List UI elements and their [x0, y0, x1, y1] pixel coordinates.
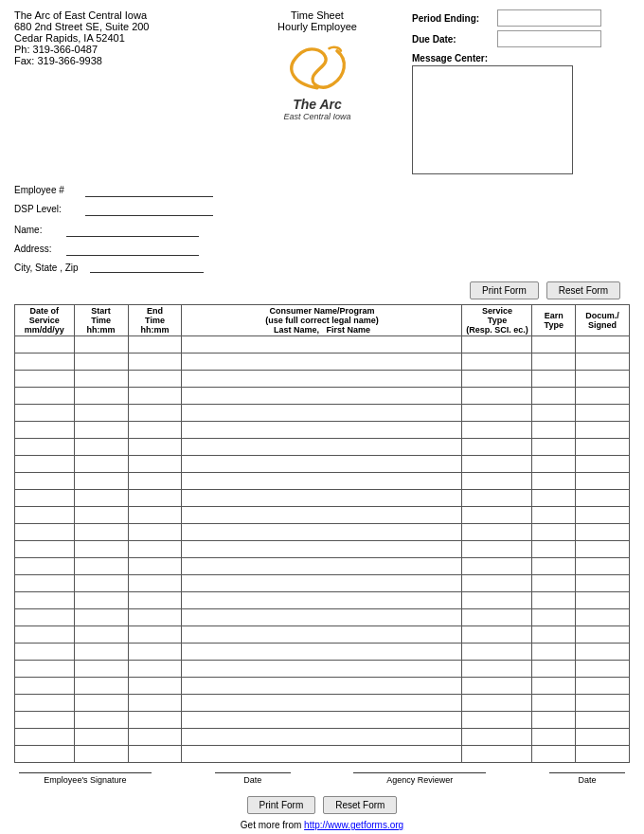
table-row[interactable]: [576, 575, 630, 592]
table-row[interactable]: [532, 729, 576, 746]
table-row[interactable]: [182, 575, 462, 592]
table-row[interactable]: [576, 456, 630, 473]
table-row[interactable]: [182, 336, 462, 354]
table-row[interactable]: [182, 405, 462, 422]
table-row[interactable]: [15, 695, 75, 712]
table-row[interactable]: [462, 473, 532, 490]
table-row[interactable]: [15, 558, 75, 575]
table-row[interactable]: [532, 336, 576, 354]
reset-form-button-top[interactable]: Reset Form: [546, 281, 620, 299]
table-row[interactable]: [182, 473, 462, 490]
table-row[interactable]: [182, 729, 462, 746]
table-row[interactable]: [532, 575, 576, 592]
table-row[interactable]: [15, 439, 75, 456]
table-row[interactable]: [532, 490, 576, 507]
table-row[interactable]: [74, 473, 128, 490]
table-row[interactable]: [576, 473, 630, 490]
table-row[interactable]: [15, 678, 75, 695]
reset-form-button-bottom[interactable]: Reset Form: [323, 796, 397, 814]
table-row[interactable]: [182, 524, 462, 541]
table-row[interactable]: [532, 695, 576, 712]
table-row[interactable]: [15, 456, 75, 473]
table-row[interactable]: [74, 644, 128, 661]
table-row[interactable]: [128, 388, 182, 405]
table-row[interactable]: [128, 678, 182, 695]
table-row[interactable]: [576, 592, 630, 609]
table-row[interactable]: [462, 575, 532, 592]
table-row[interactable]: [15, 354, 75, 371]
table-row[interactable]: [462, 695, 532, 712]
table-row[interactable]: [576, 388, 630, 405]
table-row[interactable]: [128, 661, 182, 678]
table-row[interactable]: [532, 405, 576, 422]
table-row[interactable]: [532, 644, 576, 661]
bottom-link-url[interactable]: http://www.getforms.org: [304, 820, 403, 830]
table-row[interactable]: [182, 695, 462, 712]
period-ending-input[interactable]: [497, 9, 601, 27]
table-row[interactable]: [532, 609, 576, 626]
table-row[interactable]: [74, 456, 128, 473]
table-row[interactable]: [15, 626, 75, 644]
table-row[interactable]: [532, 473, 576, 490]
table-row[interactable]: [74, 695, 128, 712]
table-row[interactable]: [576, 371, 630, 388]
table-row[interactable]: [74, 712, 128, 729]
table-row[interactable]: [576, 558, 630, 575]
table-row[interactable]: [182, 712, 462, 729]
table-row[interactable]: [74, 729, 128, 746]
table-row[interactable]: [74, 575, 128, 592]
table-row[interactable]: [576, 490, 630, 507]
table-row[interactable]: [128, 575, 182, 592]
table-row[interactable]: [128, 422, 182, 439]
table-row[interactable]: [532, 541, 576, 558]
table-row[interactable]: [532, 456, 576, 473]
table-row[interactable]: [74, 661, 128, 678]
table-row[interactable]: [74, 388, 128, 405]
table-row[interactable]: [15, 371, 75, 388]
table-row[interactable]: [576, 678, 630, 695]
table-row[interactable]: [532, 712, 576, 729]
table-row[interactable]: [15, 541, 75, 558]
table-row[interactable]: [462, 746, 532, 763]
table-row[interactable]: [128, 524, 182, 541]
table-row[interactable]: [576, 729, 630, 746]
table-row[interactable]: [532, 661, 576, 678]
table-row[interactable]: [182, 422, 462, 439]
table-row[interactable]: [462, 678, 532, 695]
table-row[interactable]: [15, 729, 75, 746]
table-row[interactable]: [532, 388, 576, 405]
table-row[interactable]: [15, 661, 75, 678]
dsp-input[interactable]: [85, 201, 213, 216]
table-row[interactable]: [15, 405, 75, 422]
table-row[interactable]: [74, 678, 128, 695]
table-row[interactable]: [532, 507, 576, 524]
table-row[interactable]: [576, 541, 630, 558]
table-row[interactable]: [462, 729, 532, 746]
table-row[interactable]: [182, 490, 462, 507]
table-row[interactable]: [532, 524, 576, 541]
table-row[interactable]: [532, 371, 576, 388]
table-row[interactable]: [74, 524, 128, 541]
table-row[interactable]: [532, 439, 576, 456]
table-row[interactable]: [182, 592, 462, 609]
table-row[interactable]: [182, 371, 462, 388]
table-row[interactable]: [182, 456, 462, 473]
table-row[interactable]: [15, 712, 75, 729]
table-row[interactable]: [532, 746, 576, 763]
table-row[interactable]: [462, 626, 532, 644]
table-row[interactable]: [532, 592, 576, 609]
name-input[interactable]: [66, 222, 199, 237]
table-row[interactable]: [182, 354, 462, 371]
table-row[interactable]: [15, 609, 75, 626]
table-row[interactable]: [74, 354, 128, 371]
table-row[interactable]: [15, 336, 75, 354]
table-row[interactable]: [182, 558, 462, 575]
table-row[interactable]: [128, 371, 182, 388]
table-row[interactable]: [128, 541, 182, 558]
table-row[interactable]: [462, 439, 532, 456]
table-row[interactable]: [462, 609, 532, 626]
due-date-input[interactable]: [497, 30, 601, 47]
table-row[interactable]: [182, 609, 462, 626]
table-row[interactable]: [182, 661, 462, 678]
table-row[interactable]: [532, 558, 576, 575]
